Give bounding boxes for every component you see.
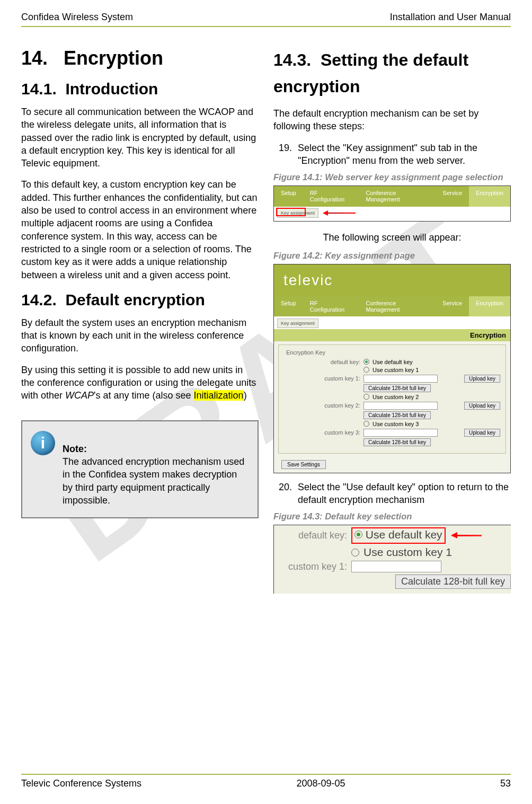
red-arrow-icon	[452, 535, 482, 536]
section-14-2-heading: 14.2. Default encryption	[21, 291, 259, 309]
right-column: 14.3. Setting the default encryption The…	[273, 34, 511, 594]
chapter-title: Encryption	[64, 47, 163, 69]
footer-left: Televic Conference Systems	[21, 778, 141, 789]
steps-list: Select the "Key assignment" sub tab in t…	[287, 142, 511, 167]
input-custom-key-1[interactable]	[363, 375, 438, 383]
tab-conference-management[interactable]: Conference Management	[359, 296, 436, 316]
default-enc-paragraph-2: By using this setting it is possible to …	[21, 364, 259, 402]
section-14-3-heading: 14.3. Setting the default encryption	[273, 47, 511, 100]
figure-14-1: Setup RF Configuration Conference Manage…	[273, 185, 511, 221]
section-14-1-heading: 14.1. Introduction	[21, 80, 259, 98]
note-box: i Note: The advanced encryption mechanis…	[21, 420, 259, 518]
option-use-custom-key-3: Use custom key 3	[373, 421, 419, 427]
header-right: Installation and User Manual	[390, 12, 511, 23]
tab-encryption[interactable]: Encryption	[469, 296, 510, 316]
figure-14-1-caption: Figure 14.1: Web server key assignment p…	[273, 172, 511, 182]
note-body: The advanced encryption mechanism used i…	[63, 456, 244, 506]
footer-center: 2008-09-05	[296, 778, 345, 789]
red-highlight-box	[276, 208, 306, 216]
intro-paragraph-2: To this default key, a custom encryption…	[21, 178, 259, 281]
section-number: 14.3.	[273, 50, 311, 69]
radio-use-default-key[interactable]	[363, 359, 369, 365]
page-header: Confidea Wireless System Installation an…	[21, 12, 511, 27]
tab-service[interactable]: Service	[436, 186, 469, 206]
save-settings-button[interactable]: Save Settings	[281, 460, 326, 469]
tab-setup[interactable]: Setup	[274, 296, 303, 316]
figure-14-3-caption: Figure 14.3: Default key selection	[273, 511, 511, 522]
label-default-key: default key:	[278, 530, 347, 541]
option-use-custom-key-1: Use custom key 1	[373, 367, 419, 373]
radio-use-custom-key-2[interactable]	[363, 394, 369, 400]
tab-bar: Setup RF Configuration Conference Manage…	[274, 296, 510, 316]
radio-use-default-key[interactable]	[354, 531, 362, 538]
default-enc-paragraph-1: By default the system uses an encryption…	[21, 316, 259, 355]
encryption-key-fieldset: Encryption Key default key: Use default …	[278, 344, 506, 454]
option-use-custom-key-1: Use custom key 1	[363, 546, 452, 559]
tab-conference-management[interactable]: Conference Management	[359, 186, 436, 206]
chapter-number: 14.	[21, 47, 48, 69]
intro-paragraph-1: To secure all communication between the …	[21, 105, 259, 170]
fieldset-legend: Encryption Key	[284, 349, 327, 356]
encryption-banner: Encryption	[274, 329, 510, 341]
radio-use-custom-key-1[interactable]	[363, 367, 369, 373]
calculate-key-button[interactable]: Calculate 128-bit full key	[395, 575, 511, 589]
calculate-key-button[interactable]: Calculate 128-bit full key	[363, 411, 431, 419]
upload-key-button[interactable]: Upload key	[464, 375, 500, 383]
red-highlight-box: Use default key	[351, 527, 446, 544]
input-custom-key-1[interactable]	[351, 561, 441, 572]
upload-key-button[interactable]: Upload key	[464, 402, 500, 410]
left-column: 14. Encryption 14.1. Introduction To sec…	[21, 34, 259, 594]
upload-key-button[interactable]: Upload key	[464, 429, 500, 437]
step-19: Select the "Key assignment" sub tab in t…	[295, 142, 511, 167]
step-20: Select the "Use default key" option to r…	[295, 481, 511, 507]
figure-14-2: televic Setup RF Configuration Conferenc…	[273, 264, 511, 473]
label-custom-key-2: custom key 2:	[284, 402, 360, 409]
subtab-key-assignment[interactable]: Key assignment	[277, 319, 318, 328]
input-custom-key-3[interactable]	[363, 429, 438, 437]
tab-setup[interactable]: Setup	[274, 186, 303, 206]
info-icon: i	[31, 431, 55, 455]
input-custom-key-2[interactable]	[363, 402, 438, 410]
figure-14-3: default key: Use default key Use custom …	[273, 525, 511, 594]
tab-encryption[interactable]: Encryption	[469, 186, 510, 206]
section-number: 14.2.	[21, 291, 57, 308]
note-content: Note: The advanced encryption mechanism …	[63, 431, 249, 507]
header-left: Confidea Wireless System	[21, 12, 133, 23]
label-default-key: default key:	[284, 359, 360, 365]
s3-intro: The default encryption mechanism can be …	[273, 107, 511, 133]
option-use-custom-key-2: Use custom key 2	[373, 394, 419, 400]
calculate-key-button[interactable]: Calculate 128-bit full key	[363, 438, 431, 446]
steps-list: Select the "Use default key" option to r…	[287, 481, 511, 507]
tab-rf-configuration[interactable]: RF Configuration	[303, 296, 359, 316]
radio-use-custom-key-3[interactable]	[363, 421, 369, 427]
page-footer: Televic Conference Systems 2008-09-05 53	[21, 774, 511, 789]
section-title: Default encryption	[65, 291, 205, 308]
option-use-default-key: Use default key	[366, 528, 442, 541]
label-custom-key-1: custom key 1:	[278, 561, 347, 572]
option-use-default-key: Use default key	[373, 359, 413, 365]
label-custom-key-3: custom key 3:	[284, 429, 360, 436]
note-title: Note:	[63, 444, 87, 454]
tab-bar: Setup RF Configuration Conference Manage…	[274, 186, 510, 206]
tab-service[interactable]: Service	[436, 296, 469, 316]
section-number: 14.1.	[21, 80, 57, 98]
following-screen-text: The following screen will appear:	[273, 232, 511, 243]
section-title: Introduction	[65, 80, 158, 98]
figure-14-2-caption: Figure 14.2: Key assignment page	[273, 251, 511, 261]
chapter-heading: 14. Encryption	[21, 47, 259, 69]
radio-use-custom-key-1[interactable]	[351, 549, 359, 556]
tab-rf-configuration[interactable]: RF Configuration	[303, 186, 359, 206]
footer-right: 53	[500, 778, 511, 789]
highlight-initialization: Initialization	[194, 390, 244, 401]
calculate-key-button[interactable]: Calculate 128-bit full key	[363, 384, 431, 392]
televic-logo: televic	[274, 264, 510, 296]
red-arrow-icon	[324, 213, 356, 214]
label-custom-key-1: custom key 1:	[284, 375, 360, 382]
